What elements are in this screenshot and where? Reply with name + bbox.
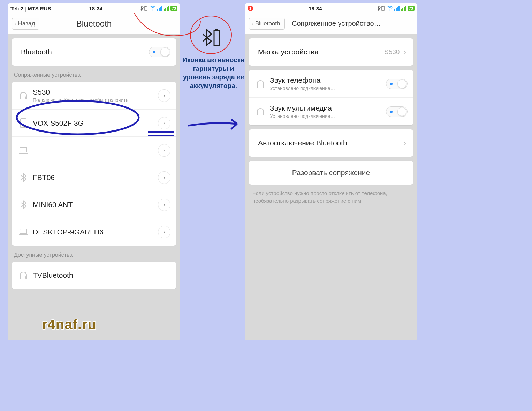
device-label-title: Метка устройства — [258, 48, 384, 56]
device-details-button[interactable]: › — [158, 171, 170, 184]
nav-bar: ‹ Назад Bluetooth — [8, 13, 180, 34]
phone-icon — [17, 118, 29, 128]
status-time: 18:34 — [51, 6, 140, 12]
svg-rect-4 — [25, 96, 27, 99]
media-audio-title: Звук мультимедиа — [270, 104, 386, 112]
phone-audio-toggle[interactable] — [386, 79, 408, 89]
media-audio-sub: Установлено подключение… — [270, 113, 386, 119]
headphones-icon — [254, 80, 266, 88]
bluetooth-toggle-row[interactable]: Bluetooth — [12, 38, 176, 66]
carrier-1: Tele2 — [10, 6, 23, 12]
paired-device-row[interactable]: VOX S502F 3G › — [12, 110, 176, 137]
signal-bars-2 — [164, 6, 169, 11]
svg-rect-3 — [20, 96, 21, 99]
svg-rect-18 — [214, 31, 220, 45]
svg-rect-7 — [20, 147, 27, 152]
svg-rect-14 — [257, 84, 258, 88]
device-label-row[interactable]: Метка устройства S530 › — [249, 38, 413, 66]
svg-rect-19 — [215, 29, 218, 31]
svg-rect-15 — [263, 84, 264, 88]
auto-off-row[interactable]: Автоотключение Bluetooth › — [249, 129, 413, 157]
device-status: Подключено. Коснитесь, чтобы отключить. — [33, 97, 158, 103]
svg-rect-11 — [382, 6, 384, 10]
chevron-right-icon: › — [163, 229, 165, 235]
status-bar: Tele2 | MTS RUS 18:34 73 — [8, 3, 180, 13]
back-button[interactable]: ‹ Назад — [12, 18, 39, 30]
phone-audio-sub: Установлено подключение… — [270, 85, 386, 91]
svg-rect-9 — [20, 276, 21, 279]
headphones-icon — [17, 271, 29, 279]
paired-device-row[interactable]: DESKTOP-9GARLH6 › — [12, 218, 176, 246]
annotation-arrow — [187, 115, 242, 136]
device-name: FBT06 — [33, 173, 158, 182]
svg-rect-0 — [145, 6, 147, 10]
chevron-right-icon: › — [163, 92, 165, 99]
device-name: S530 — [33, 88, 158, 96]
nav-bar: ‹ Bluetooth Сопряженное устройство… — [245, 13, 417, 34]
signal-bars-1 — [394, 6, 400, 11]
svg-rect-1 — [145, 6, 146, 7]
device-details-button[interactable]: › — [158, 144, 170, 157]
headphones-icon — [17, 91, 29, 100]
unpair-button[interactable]: Разорвать сопряжение — [249, 161, 413, 185]
chevron-left-icon: ‹ — [15, 21, 17, 27]
unpair-hint: Если устройство нужно просто отключить о… — [245, 185, 417, 205]
watermark: r4naf.ru — [42, 317, 97, 332]
device-details-button[interactable]: › — [158, 226, 170, 238]
chevron-right-icon: › — [402, 48, 408, 56]
media-audio-toggle[interactable] — [386, 106, 408, 117]
chevron-right-icon: › — [163, 202, 165, 208]
carrier-2: MTS RUS — [28, 6, 51, 12]
device-details-button[interactable]: › — [158, 117, 170, 129]
status-bar: 1 18:34 73 — [245, 3, 417, 13]
media-audio-row[interactable]: Звук мультимедиа Установлено подключение… — [249, 98, 413, 125]
back-label: Назад — [18, 20, 35, 27]
paired-device-row[interactable]: S530 Подключено. Коснитесь, чтобы отключ… — [12, 82, 176, 110]
status-time: 18:34 — [253, 6, 378, 12]
chevron-right-icon: › — [402, 139, 408, 147]
paired-device-row[interactable]: › — [12, 137, 176, 164]
device-details-button[interactable]: › — [158, 199, 170, 211]
chevron-left-icon: ‹ — [252, 21, 254, 27]
device-name: DESKTOP-9GARLH6 — [33, 228, 158, 236]
bluetooth-toggle[interactable] — [149, 47, 170, 57]
bluetooth-icon — [17, 200, 29, 209]
battery-level: 73 — [408, 6, 415, 11]
bluetooth-battery-icon — [140, 6, 148, 11]
device-name: TVBluetooth — [33, 271, 170, 279]
bluetooth-label: Bluetooth — [21, 48, 149, 56]
svg-point-13 — [389, 10, 390, 11]
svg-rect-8 — [20, 229, 27, 234]
device-label-value: S530 — [384, 48, 400, 56]
chevron-right-icon: › — [163, 174, 165, 181]
back-button[interactable]: ‹ Bluetooth — [249, 18, 285, 30]
chevron-right-icon: › — [163, 147, 165, 154]
phone-audio-title: Звук телефона — [270, 76, 386, 84]
signal-bars-2 — [401, 6, 406, 11]
headphones-icon — [254, 107, 266, 116]
laptop-icon — [17, 147, 29, 154]
paired-device-row[interactable]: MINI60 ANT › — [12, 191, 176, 218]
paired-device-row[interactable]: FBT06 › — [12, 164, 176, 191]
chevron-right-icon: › — [163, 120, 165, 126]
back-label: Bluetooth — [255, 20, 280, 27]
svg-point-6 — [23, 126, 24, 127]
auto-off-label: Автоотключение Bluetooth — [258, 139, 402, 147]
laptop-icon — [17, 228, 29, 236]
device-name: MINI60 ANT — [33, 201, 158, 209]
svg-rect-10 — [25, 276, 27, 279]
available-device-row[interactable]: TVBluetooth — [12, 262, 176, 289]
annotation-bt-battery-icon — [194, 22, 229, 54]
svg-point-2 — [152, 10, 153, 11]
available-header: Доступные устройства — [8, 246, 180, 262]
svg-rect-16 — [257, 112, 258, 115]
device-details-button[interactable]: › — [158, 89, 170, 102]
wifi-icon — [387, 6, 393, 11]
phone-screenshot-right: 1 18:34 73 ‹ Bluetooth Сопряженное устро… — [245, 3, 417, 340]
svg-rect-17 — [263, 112, 264, 115]
annotation-caption: Иконка активности гарнитуры и уровень за… — [181, 56, 246, 90]
signal-bars-1 — [157, 6, 162, 11]
svg-rect-12 — [382, 6, 383, 7]
device-name: VOX S502F 3G — [33, 119, 158, 127]
phone-audio-row[interactable]: Звук телефона Установлено подключение… — [249, 70, 413, 98]
